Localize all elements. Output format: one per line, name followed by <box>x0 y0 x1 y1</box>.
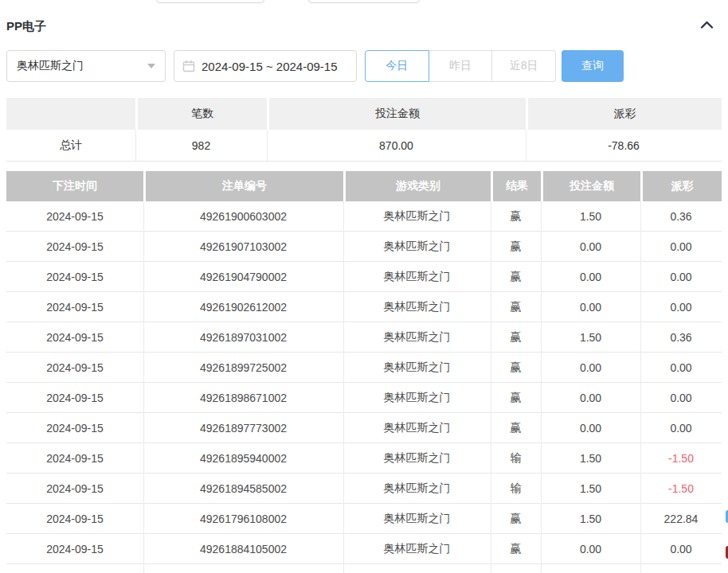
cell-payout: 0.00 <box>640 232 722 261</box>
date-range-picker[interactable]: 2024-09-15 ~ 2024-09-15 <box>174 50 357 82</box>
date-range-value: 2024-09-15 ~ 2024-09-15 <box>202 60 338 73</box>
cell-bet-time <box>6 564 143 573</box>
header-game-category: 游戏类别 <box>346 171 491 201</box>
cell-bet-id: 49261902612002 <box>143 292 343 322</box>
cell-game-category: 奥林匹斯之门 <box>343 232 491 261</box>
cell-payout: 0.36 <box>640 201 722 231</box>
cell-result: 赢 <box>491 201 541 231</box>
table-row: 2024-09-15 49261900603002 奥林匹斯之门 赢 1.50 … <box>6 201 722 232</box>
cell-bet-id: 49261894585002 <box>143 474 343 503</box>
cell-game-category: 奥林匹斯之门 <box>343 322 491 352</box>
cell-result: 输 <box>491 474 541 503</box>
yesterday-button[interactable]: 昨日 <box>429 50 493 82</box>
cell-bet-id: 49261904790002 <box>143 262 343 291</box>
collapse-button[interactable] <box>699 19 714 33</box>
cell-bet-id: 49261796108002 <box>143 504 343 533</box>
divider <box>640 201 641 573</box>
cell-payout: 0.00 <box>640 383 722 412</box>
cell-payout <box>640 564 722 573</box>
cell-game-category: 奥林匹斯之门 <box>343 443 491 473</box>
cell-bet-time: 2024-09-15 <box>6 262 143 291</box>
cell-bet-time: 2024-09-15 <box>6 292 143 322</box>
summary-total-payout: -78.66 <box>526 130 722 161</box>
cell-bet-time: 2024-09-15 <box>6 413 143 442</box>
cell-game-category <box>343 564 491 573</box>
panel-header: PP电子 <box>6 18 714 35</box>
cell-result: 赢 <box>491 413 541 442</box>
cell-game-category: 奥林匹斯之门 <box>343 201 491 231</box>
cell-bet-time: 2024-09-15 <box>6 443 143 473</box>
table-row: 2024-09-15 49261904790002 奥林匹斯之门 赢 0.00 … <box>6 262 722 292</box>
divider <box>343 201 344 573</box>
cell-bet-amount: 0.00 <box>541 292 640 322</box>
cell-result: 赢 <box>491 353 541 382</box>
cell-bet-amount: 1.50 <box>541 504 640 533</box>
cutoff-input-left[interactable] <box>156 0 264 3</box>
cell-bet-amount: 0.00 <box>541 413 640 442</box>
cell-bet-id: 49261897031002 <box>143 322 343 352</box>
cell-payout: 0.00 <box>640 413 722 442</box>
summary-total-row: 总计 982 870.00 -78.66 <box>6 130 722 162</box>
cell-bet-time: 2024-09-15 <box>6 474 143 503</box>
table-row: 2024-09-15 49261897773002 奥林匹斯之门 赢 0.00 … <box>6 413 722 443</box>
cell-payout: 0.36 <box>640 322 722 352</box>
header-bet-amount: 投注金额 <box>543 171 640 201</box>
cell-bet-time: 2024-09-15 <box>6 534 143 563</box>
cell-result: 赢 <box>491 232 541 261</box>
cell-game-category: 奥林匹斯之门 <box>343 534 491 563</box>
cell-game-category: 奥林匹斯之门 <box>343 292 491 322</box>
summary-header-empty <box>6 98 135 130</box>
divider <box>267 130 268 161</box>
summary-header-bet-amount: 投注金额 <box>269 98 526 130</box>
cell-bet-id <box>143 564 343 573</box>
table-row: 2024-09-15 49261898671002 奥林匹斯之门 赢 0.00 … <box>6 383 722 413</box>
cell-bet-time: 2024-09-15 <box>6 353 143 382</box>
header-result: 结果 <box>493 171 541 201</box>
divider <box>541 201 542 573</box>
caret-down-icon <box>147 64 155 68</box>
cell-result: 输 <box>491 443 541 473</box>
cell-bet-time: 2024-09-15 <box>6 383 143 412</box>
cell-bet-amount: 0.00 <box>541 534 640 563</box>
cell-bet-amount: 0.00 <box>541 232 640 261</box>
table-row: 2024-09-15 49261902612002 奥林匹斯之门 赢 0.00 … <box>6 292 722 322</box>
bet-records-table: 下注时间 注单编号 游戏类别 结果 投注金额 派彩 2024-09-15 492… <box>6 171 722 573</box>
cell-result <box>491 564 541 573</box>
summary-header-payout: 派彩 <box>528 98 722 130</box>
summary-header-row: 笔数 投注金额 派彩 <box>6 98 722 130</box>
summary-total-label: 总计 <box>6 130 135 161</box>
divider <box>491 201 491 573</box>
cell-result: 赢 <box>491 322 541 352</box>
filter-bar: 奥林匹斯之门 2024-09-15 ~ 2024-09-15 今日 昨日 近8日… <box>0 50 728 82</box>
page-title: PP电子 <box>6 19 46 34</box>
calendar-icon <box>182 60 195 72</box>
today-button[interactable]: 今日 <box>365 50 429 82</box>
chevron-up-icon <box>699 19 714 33</box>
divider <box>135 130 136 161</box>
cell-result: 赢 <box>491 534 541 563</box>
cell-payout: 0.00 <box>640 353 722 382</box>
header-bet-id: 注单编号 <box>146 171 343 201</box>
header-payout: 派彩 <box>643 171 722 201</box>
cell-bet-amount: 1.50 <box>541 474 640 503</box>
summary-table: 笔数 投注金额 派彩 总计 982 870.00 -78.66 <box>6 98 722 162</box>
cell-bet-id: 49261907103002 <box>143 232 343 261</box>
search-button[interactable]: 查询 <box>562 50 624 82</box>
cell-result: 赢 <box>491 383 541 412</box>
cell-result: 赢 <box>491 262 541 291</box>
game-select[interactable]: 奥林匹斯之门 <box>6 50 166 82</box>
cell-bet-id: 49261898671002 <box>143 383 343 412</box>
cell-bet-time: 2024-09-15 <box>6 504 143 533</box>
cell-bet-id: 49261899725002 <box>143 353 343 382</box>
cell-payout: -1.50 <box>640 443 722 473</box>
cell-bet-id: 49261900603002 <box>143 201 343 231</box>
cell-bet-amount: 1.50 <box>541 443 640 473</box>
table-body: 2024-09-15 49261900603002 奥林匹斯之门 赢 1.50 … <box>6 201 722 573</box>
cell-payout: 0.00 <box>640 534 722 563</box>
last-8-days-button[interactable]: 近8日 <box>492 50 556 82</box>
cell-game-category: 奥林匹斯之门 <box>343 504 491 533</box>
cell-payout: -1.50 <box>640 474 722 503</box>
divider <box>526 130 526 161</box>
cutoff-input-right[interactable] <box>308 0 420 3</box>
table-header-row: 下注时间 注单编号 游戏类别 结果 投注金额 派彩 <box>6 171 722 201</box>
